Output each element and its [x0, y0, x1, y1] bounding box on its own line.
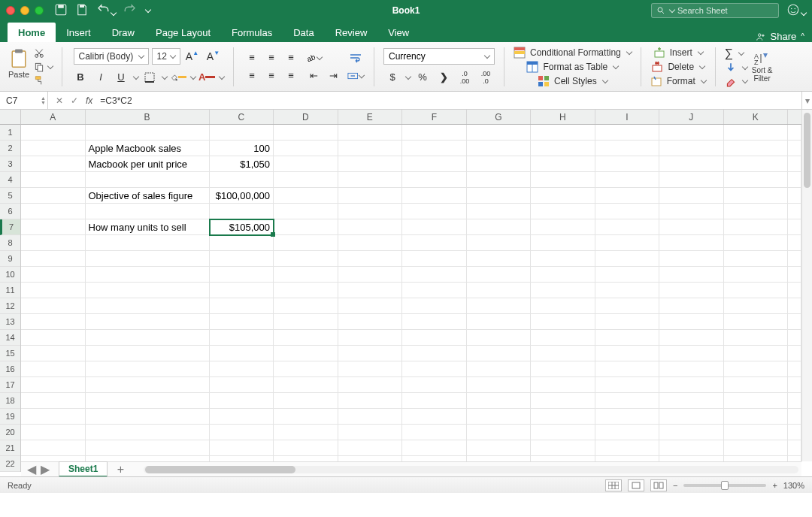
- cell[interactable]: Objective of sales figure: [86, 188, 210, 204]
- cell[interactable]: [467, 204, 532, 219]
- column-header[interactable]: J: [659, 110, 724, 124]
- column-header[interactable]: E: [338, 110, 403, 124]
- cell[interactable]: [531, 283, 595, 298]
- cell[interactable]: [86, 283, 210, 298]
- row-header[interactable]: 18: [0, 393, 20, 409]
- cell[interactable]: [788, 188, 801, 204]
- cell[interactable]: [467, 346, 532, 361]
- bold-button[interactable]: B: [71, 69, 89, 86]
- delete-cells-button[interactable]: Delete: [651, 61, 704, 73]
- cell[interactable]: [21, 267, 86, 283]
- cell[interactable]: [788, 393, 801, 409]
- search-sheet-input[interactable]: Search Sheet: [651, 3, 779, 18]
- row-header[interactable]: 16: [0, 361, 20, 377]
- copy-button[interactable]: [33, 61, 53, 73]
- column-header[interactable]: D: [274, 110, 338, 124]
- cell[interactable]: [338, 377, 403, 393]
- cell[interactable]: [86, 267, 210, 283]
- cell[interactable]: [210, 204, 274, 219]
- cell[interactable]: [210, 377, 274, 393]
- cell[interactable]: [86, 393, 210, 409]
- conditional-formatting-button[interactable]: Conditional Formatting: [514, 47, 632, 59]
- cell[interactable]: [788, 219, 801, 235]
- cell[interactable]: [531, 409, 595, 425]
- cell[interactable]: [402, 283, 467, 298]
- close-window-icon[interactable]: [6, 6, 15, 15]
- row-header[interactable]: 11: [0, 283, 20, 298]
- share-button[interactable]: Share ^: [756, 31, 812, 42]
- cell[interactable]: [531, 172, 595, 188]
- cell[interactable]: [788, 361, 801, 377]
- column-header[interactable]: B: [86, 110, 210, 124]
- sheet-nav-next-icon[interactable]: ▶: [41, 462, 50, 476]
- tab-page-layout[interactable]: Page Layout: [145, 23, 221, 42]
- cell[interactable]: [21, 204, 86, 219]
- cell[interactable]: [338, 440, 403, 456]
- cell[interactable]: [467, 219, 532, 235]
- cell[interactable]: [467, 440, 532, 456]
- cell[interactable]: [595, 156, 660, 172]
- tab-draw[interactable]: Draw: [102, 23, 145, 42]
- align-center-button[interactable]: ≡: [262, 68, 280, 84]
- fx-label[interactable]: fx: [86, 95, 97, 106]
- cell[interactable]: [338, 425, 403, 440]
- normal-view-button[interactable]: [605, 479, 622, 491]
- cell[interactable]: [724, 409, 789, 425]
- sheet-tab[interactable]: Sheet1: [59, 461, 108, 476]
- cell[interactable]: [86, 251, 210, 267]
- cell[interactable]: [595, 298, 660, 314]
- cell[interactable]: How many units to sell: [86, 219, 210, 235]
- cell[interactable]: [467, 141, 532, 156]
- cell[interactable]: [531, 267, 595, 283]
- cut-button[interactable]: [33, 47, 53, 59]
- cell[interactable]: [274, 314, 338, 330]
- cell[interactable]: [467, 235, 532, 251]
- cell[interactable]: [724, 188, 789, 204]
- clear-button[interactable]: [725, 75, 747, 87]
- cell[interactable]: [724, 219, 789, 235]
- cell[interactable]: [788, 330, 801, 346]
- cell[interactable]: 100: [210, 141, 274, 156]
- cell[interactable]: [531, 346, 595, 361]
- expand-formula-bar-icon[interactable]: ▾: [801, 92, 812, 109]
- cell[interactable]: [338, 393, 403, 409]
- cell[interactable]: [274, 377, 338, 393]
- row-header[interactable]: 1: [0, 125, 20, 141]
- row-header[interactable]: 7: [0, 219, 20, 235]
- cell[interactable]: [595, 125, 660, 141]
- cell[interactable]: [467, 251, 532, 267]
- cell[interactable]: [338, 298, 403, 314]
- formula-input[interactable]: =C3*C2: [97, 95, 801, 106]
- cell[interactable]: [338, 188, 403, 204]
- cell[interactable]: [402, 440, 467, 456]
- cell[interactable]: [788, 204, 801, 219]
- cell[interactable]: [595, 330, 660, 346]
- cell[interactable]: [467, 156, 532, 172]
- tab-data[interactable]: Data: [283, 23, 324, 42]
- column-header[interactable]: K: [724, 110, 789, 124]
- comma-button[interactable]: ❯: [435, 69, 453, 86]
- cell[interactable]: [788, 409, 801, 425]
- cell[interactable]: [21, 219, 86, 235]
- cell[interactable]: [338, 361, 403, 377]
- wrap-text-button[interactable]: [347, 50, 365, 66]
- cell[interactable]: [338, 172, 403, 188]
- cell[interactable]: [274, 141, 338, 156]
- cell[interactable]: [402, 125, 467, 141]
- cell[interactable]: [467, 267, 532, 283]
- cell[interactable]: [788, 283, 801, 298]
- cell[interactable]: [21, 440, 86, 456]
- cell[interactable]: [659, 235, 724, 251]
- cell[interactable]: [531, 425, 595, 440]
- increase-indent-button[interactable]: ⇥: [324, 68, 342, 84]
- cell[interactable]: [21, 314, 86, 330]
- tab-review[interactable]: Review: [325, 23, 378, 42]
- cell[interactable]: [531, 314, 595, 330]
- cell[interactable]: [724, 440, 789, 456]
- cell[interactable]: $1,050: [210, 156, 274, 172]
- cell[interactable]: [21, 409, 86, 425]
- cell[interactable]: [467, 298, 532, 314]
- paste-button[interactable]: Paste: [8, 47, 30, 79]
- row-header[interactable]: 9: [0, 251, 20, 267]
- cell[interactable]: [467, 172, 532, 188]
